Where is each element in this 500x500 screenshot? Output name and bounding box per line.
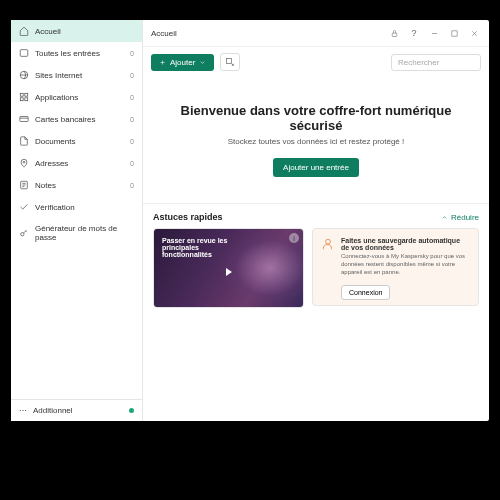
sidebar-item-sites[interactable]: Sites Internet 0 [11,64,142,86]
play-icon [226,268,232,276]
person-icon [321,237,335,297]
backup-card: Faites une sauvegarde automatique de vos… [312,228,479,306]
pin-icon [19,158,29,168]
sidebar-item-toutes[interactable]: Toutes les entrées 0 [11,42,142,64]
hero: Bienvenue dans votre coffre-fort numériq… [143,77,489,193]
toolbar: Ajouter Rechercher [143,47,489,77]
import-button[interactable] [220,53,240,71]
maximize-button[interactable] [447,26,461,40]
note-icon [19,180,29,190]
svg-rect-2 [20,93,23,96]
card-icon [19,114,29,124]
svg-point-13 [326,239,331,244]
globe-icon [19,70,29,80]
svg-rect-10 [392,33,397,36]
hero-subtitle: Stockez toutes vos données ici et restez… [159,137,473,146]
sidebar-item-notes[interactable]: Notes 0 [11,174,142,196]
minimize-button[interactable] [427,26,441,40]
add-button[interactable]: Ajouter [151,54,214,71]
sidebar-item-label: Notes [35,181,124,190]
sidebar-item-label: Applications [35,93,124,102]
sidebar-item-verification[interactable]: Vérification [11,196,142,218]
svg-rect-3 [25,93,28,96]
sidebar-item-label: Cartes bancaires [35,115,124,124]
sidebar-bottom-label: Additionnel [33,406,73,415]
breadcrumb: Accueil [151,29,177,38]
sidebar-item-label: Vérification [35,203,134,212]
svg-rect-11 [451,30,456,35]
video-title: Passer en revue les principales fonction… [162,237,235,258]
check-icon [19,202,29,212]
svg-rect-6 [20,117,28,122]
sidebar-item-count: 0 [130,160,134,167]
search-input[interactable]: Rechercher [391,54,481,71]
svg-point-7 [23,161,25,163]
sidebar-item-label: Générateur de mots de passe [35,224,134,242]
sidebar: Accueil Toutes les entrées 0 Sites Inter… [11,20,143,421]
sidebar-item-cartes[interactable]: Cartes bancaires 0 [11,108,142,130]
lock-icon[interactable] [387,26,401,40]
chevron-up-icon [441,214,448,221]
help-icon[interactable]: ? [407,26,421,40]
hero-title: Bienvenue dans votre coffre-fort numériq… [159,103,473,133]
sidebar-item-count: 0 [130,94,134,101]
add-button-label: Ajouter [170,58,195,67]
sidebar-item-label: Adresses [35,159,124,168]
sidebar-item-count: 0 [130,72,134,79]
key-icon [19,228,29,238]
sidebar-item-count: 0 [130,116,134,123]
sidebar-item-adresses[interactable]: Adresses 0 [11,152,142,174]
reduce-label: Réduire [451,213,479,222]
sidebar-item-count: 0 [130,138,134,145]
plus-icon [159,59,166,66]
sidebar-item-documents[interactable]: Documents 0 [11,130,142,152]
sidebar-item-apps[interactable]: Applications 0 [11,86,142,108]
svg-rect-0 [20,50,28,57]
list-icon [19,48,29,58]
sidebar-item-accueil[interactable]: Accueil [11,20,142,42]
grid-icon [19,92,29,102]
sidebar-item-count: 0 [130,182,134,189]
svg-rect-5 [25,98,28,101]
backup-desc: Connectez-vous à My Kaspersky pour que v… [341,253,470,276]
add-entry-button[interactable]: Ajouter une entrée [273,158,359,177]
status-dot [129,408,134,413]
close-button[interactable] [467,26,481,40]
svg-rect-4 [20,98,23,101]
sidebar-item-label: Documents [35,137,124,146]
document-icon [19,136,29,146]
sidebar-bottom-additionnel[interactable]: ⋯ Additionnel [11,399,142,421]
svg-point-9 [21,233,24,236]
sidebar-item-label: Toutes les entrées [35,49,124,58]
svg-rect-12 [227,59,232,64]
reduce-button[interactable]: Réduire [441,213,479,222]
dots-icon: ⋯ [19,406,27,415]
info-icon[interactable]: i [289,233,299,243]
tips-section: Astuces rapides Réduire i Passer en revu… [143,203,489,316]
sidebar-item-label: Accueil [35,27,134,36]
login-button[interactable]: Connexion [341,285,390,300]
home-icon [19,26,29,36]
sidebar-item-generator[interactable]: Générateur de mots de passe [11,218,142,248]
chevron-down-icon [199,59,206,66]
app-window: Accueil Toutes les entrées 0 Sites Inter… [11,20,489,421]
sidebar-item-count: 0 [130,50,134,57]
main-panel: Accueil ? Ajouter Rechercher Bienvenue d… [143,20,489,421]
sidebar-item-label: Sites Internet [35,71,124,80]
video-card[interactable]: i Passer en revue les principales foncti… [153,228,304,308]
backup-title: Faites une sauvegarde automatique de vos… [341,237,470,251]
tips-heading: Astuces rapides [153,212,223,222]
topbar: Accueil ? [143,20,489,47]
